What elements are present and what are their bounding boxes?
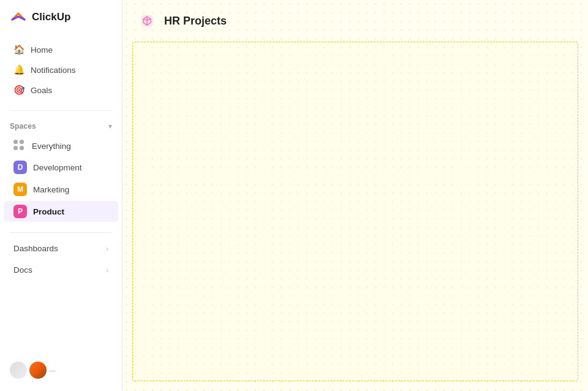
- sidebar-item-home[interactable]: 🏠 Home: [4, 40, 118, 59]
- avatar-placeholder: [10, 362, 27, 379]
- main-content: HR Projects: [123, 0, 588, 391]
- everything-label: Everything: [32, 142, 71, 151]
- sidebar-item-home-label: Home: [31, 45, 53, 55]
- docs-label: Docs: [13, 265, 32, 275]
- sidebar-item-everything[interactable]: Everything: [4, 136, 118, 156]
- avatar-indicator: —: [49, 366, 56, 374]
- clickup-logo-icon: [10, 9, 27, 26]
- sidebar-item-development[interactable]: D Development: [4, 157, 118, 178]
- dashboards-label: Dashboards: [13, 244, 58, 253]
- bell-icon: 🔔: [13, 64, 24, 75]
- marketing-label: Marketing: [33, 185, 69, 194]
- avatar-group[interactable]: —: [10, 362, 56, 379]
- home-icon: 🏠: [13, 44, 24, 55]
- docs-chevron-icon: ›: [106, 266, 108, 275]
- sidebar: ClickUp 🏠 Home 🔔 Notifications 🎯 Goals S…: [0, 0, 123, 391]
- spaces-label: Spaces: [10, 122, 36, 131]
- user-avatar[interactable]: [29, 362, 47, 379]
- content-area: [132, 42, 578, 381]
- sidebar-item-notifications-label: Notifications: [31, 66, 76, 75]
- marketing-badge: M: [13, 183, 27, 196]
- sidebar-item-product[interactable]: P Product: [4, 201, 118, 222]
- spaces-chevron[interactable]: ▾: [108, 122, 112, 131]
- sidebar-item-marketing[interactable]: M Marketing: [4, 179, 118, 200]
- divider-1: [10, 110, 112, 111]
- nav-section: 🏠 Home 🔔 Notifications 🎯 Goals: [0, 34, 122, 105]
- product-badge: P: [13, 205, 27, 218]
- logo-area[interactable]: ClickUp: [0, 0, 122, 34]
- sidebar-item-docs[interactable]: Docs ›: [4, 260, 118, 280]
- goals-icon: 🎯: [13, 85, 24, 96]
- spaces-header[interactable]: Spaces ▾: [0, 117, 122, 134]
- hr-projects-icon: [137, 11, 157, 31]
- sidebar-item-goals[interactable]: 🎯 Goals: [4, 80, 118, 100]
- page-header: HR Projects: [123, 0, 588, 39]
- page-title: HR Projects: [164, 15, 227, 28]
- everything-dots-icon: [13, 140, 26, 152]
- app-name: ClickUp: [32, 11, 70, 23]
- sidebar-bottom: —: [0, 355, 122, 385]
- sidebar-item-dashboards[interactable]: Dashboards ›: [4, 238, 118, 259]
- dashboards-chevron-icon: ›: [106, 245, 108, 253]
- sidebar-item-goals-label: Goals: [31, 86, 52, 95]
- sidebar-item-notifications[interactable]: 🔔 Notifications: [4, 60, 118, 80]
- development-label: Development: [33, 163, 82, 172]
- product-label: Product: [33, 207, 64, 216]
- development-badge: D: [13, 161, 27, 174]
- divider-2: [10, 232, 112, 233]
